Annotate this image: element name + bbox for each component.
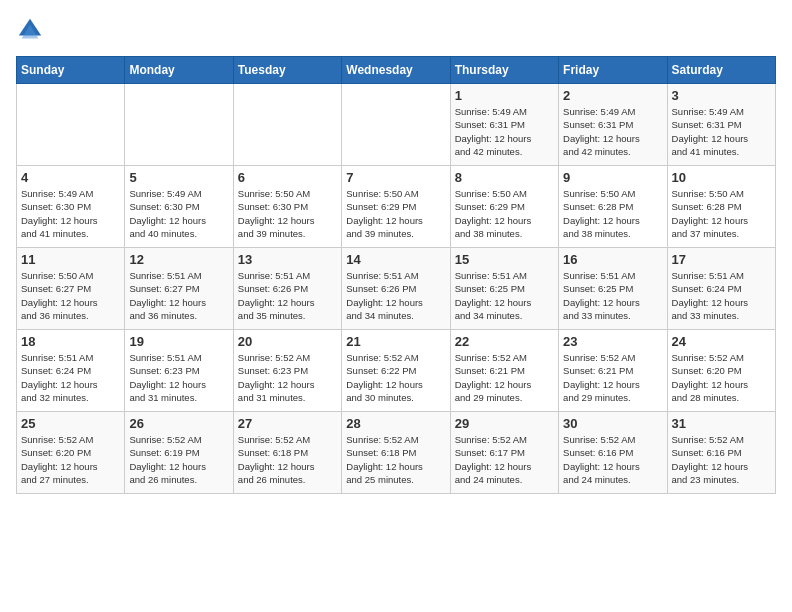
day-info: Sunrise: 5:52 AM Sunset: 6:16 PM Dayligh… <box>672 433 771 486</box>
day-number: 19 <box>129 334 228 349</box>
day-number: 11 <box>21 252 120 267</box>
day-cell: 11Sunrise: 5:50 AM Sunset: 6:27 PM Dayli… <box>17 248 125 330</box>
week-row-2: 4Sunrise: 5:49 AM Sunset: 6:30 PM Daylig… <box>17 166 776 248</box>
day-number: 26 <box>129 416 228 431</box>
day-info: Sunrise: 5:52 AM Sunset: 6:20 PM Dayligh… <box>21 433 120 486</box>
col-header-sunday: Sunday <box>17 57 125 84</box>
day-info: Sunrise: 5:50 AM Sunset: 6:29 PM Dayligh… <box>346 187 445 240</box>
day-cell: 14Sunrise: 5:51 AM Sunset: 6:26 PM Dayli… <box>342 248 450 330</box>
day-info: Sunrise: 5:49 AM Sunset: 6:31 PM Dayligh… <box>455 105 554 158</box>
day-number: 10 <box>672 170 771 185</box>
day-cell <box>125 84 233 166</box>
day-cell: 2Sunrise: 5:49 AM Sunset: 6:31 PM Daylig… <box>559 84 667 166</box>
day-cell <box>233 84 341 166</box>
day-cell: 16Sunrise: 5:51 AM Sunset: 6:25 PM Dayli… <box>559 248 667 330</box>
day-info: Sunrise: 5:49 AM Sunset: 6:31 PM Dayligh… <box>563 105 662 158</box>
calendar-table: SundayMondayTuesdayWednesdayThursdayFrid… <box>16 56 776 494</box>
day-info: Sunrise: 5:50 AM Sunset: 6:28 PM Dayligh… <box>563 187 662 240</box>
col-header-thursday: Thursday <box>450 57 558 84</box>
day-number: 2 <box>563 88 662 103</box>
day-cell: 4Sunrise: 5:49 AM Sunset: 6:30 PM Daylig… <box>17 166 125 248</box>
day-number: 9 <box>563 170 662 185</box>
day-cell: 20Sunrise: 5:52 AM Sunset: 6:23 PM Dayli… <box>233 330 341 412</box>
col-header-tuesday: Tuesday <box>233 57 341 84</box>
week-row-4: 18Sunrise: 5:51 AM Sunset: 6:24 PM Dayli… <box>17 330 776 412</box>
page-header <box>16 16 776 44</box>
day-cell: 21Sunrise: 5:52 AM Sunset: 6:22 PM Dayli… <box>342 330 450 412</box>
day-info: Sunrise: 5:52 AM Sunset: 6:16 PM Dayligh… <box>563 433 662 486</box>
day-info: Sunrise: 5:52 AM Sunset: 6:21 PM Dayligh… <box>563 351 662 404</box>
day-number: 22 <box>455 334 554 349</box>
day-info: Sunrise: 5:51 AM Sunset: 6:26 PM Dayligh… <box>346 269 445 322</box>
day-cell: 9Sunrise: 5:50 AM Sunset: 6:28 PM Daylig… <box>559 166 667 248</box>
day-cell: 28Sunrise: 5:52 AM Sunset: 6:18 PM Dayli… <box>342 412 450 494</box>
day-number: 21 <box>346 334 445 349</box>
day-info: Sunrise: 5:52 AM Sunset: 6:20 PM Dayligh… <box>672 351 771 404</box>
day-number: 8 <box>455 170 554 185</box>
day-info: Sunrise: 5:51 AM Sunset: 6:24 PM Dayligh… <box>672 269 771 322</box>
day-number: 6 <box>238 170 337 185</box>
day-number: 18 <box>21 334 120 349</box>
logo-icon <box>16 16 44 44</box>
col-header-monday: Monday <box>125 57 233 84</box>
day-cell: 29Sunrise: 5:52 AM Sunset: 6:17 PM Dayli… <box>450 412 558 494</box>
day-cell: 19Sunrise: 5:51 AM Sunset: 6:23 PM Dayli… <box>125 330 233 412</box>
day-info: Sunrise: 5:51 AM Sunset: 6:23 PM Dayligh… <box>129 351 228 404</box>
day-number: 3 <box>672 88 771 103</box>
day-info: Sunrise: 5:51 AM Sunset: 6:25 PM Dayligh… <box>563 269 662 322</box>
day-info: Sunrise: 5:52 AM Sunset: 6:21 PM Dayligh… <box>455 351 554 404</box>
day-number: 7 <box>346 170 445 185</box>
day-info: Sunrise: 5:50 AM Sunset: 6:30 PM Dayligh… <box>238 187 337 240</box>
day-cell: 5Sunrise: 5:49 AM Sunset: 6:30 PM Daylig… <box>125 166 233 248</box>
day-cell: 27Sunrise: 5:52 AM Sunset: 6:18 PM Dayli… <box>233 412 341 494</box>
day-number: 12 <box>129 252 228 267</box>
day-info: Sunrise: 5:49 AM Sunset: 6:30 PM Dayligh… <box>21 187 120 240</box>
day-info: Sunrise: 5:51 AM Sunset: 6:24 PM Dayligh… <box>21 351 120 404</box>
day-cell: 31Sunrise: 5:52 AM Sunset: 6:16 PM Dayli… <box>667 412 775 494</box>
col-header-friday: Friday <box>559 57 667 84</box>
day-cell: 18Sunrise: 5:51 AM Sunset: 6:24 PM Dayli… <box>17 330 125 412</box>
day-number: 27 <box>238 416 337 431</box>
day-cell <box>17 84 125 166</box>
day-cell: 25Sunrise: 5:52 AM Sunset: 6:20 PM Dayli… <box>17 412 125 494</box>
day-cell: 23Sunrise: 5:52 AM Sunset: 6:21 PM Dayli… <box>559 330 667 412</box>
day-info: Sunrise: 5:52 AM Sunset: 6:19 PM Dayligh… <box>129 433 228 486</box>
day-cell: 1Sunrise: 5:49 AM Sunset: 6:31 PM Daylig… <box>450 84 558 166</box>
day-info: Sunrise: 5:52 AM Sunset: 6:18 PM Dayligh… <box>346 433 445 486</box>
day-info: Sunrise: 5:50 AM Sunset: 6:29 PM Dayligh… <box>455 187 554 240</box>
col-header-wednesday: Wednesday <box>342 57 450 84</box>
day-number: 28 <box>346 416 445 431</box>
day-number: 25 <box>21 416 120 431</box>
day-info: Sunrise: 5:50 AM Sunset: 6:27 PM Dayligh… <box>21 269 120 322</box>
day-cell: 6Sunrise: 5:50 AM Sunset: 6:30 PM Daylig… <box>233 166 341 248</box>
day-number: 20 <box>238 334 337 349</box>
calendar-header-row: SundayMondayTuesdayWednesdayThursdayFrid… <box>17 57 776 84</box>
week-row-1: 1Sunrise: 5:49 AM Sunset: 6:31 PM Daylig… <box>17 84 776 166</box>
day-number: 13 <box>238 252 337 267</box>
day-cell: 13Sunrise: 5:51 AM Sunset: 6:26 PM Dayli… <box>233 248 341 330</box>
day-cell: 24Sunrise: 5:52 AM Sunset: 6:20 PM Dayli… <box>667 330 775 412</box>
day-number: 24 <box>672 334 771 349</box>
day-info: Sunrise: 5:51 AM Sunset: 6:26 PM Dayligh… <box>238 269 337 322</box>
day-number: 15 <box>455 252 554 267</box>
day-info: Sunrise: 5:52 AM Sunset: 6:22 PM Dayligh… <box>346 351 445 404</box>
day-info: Sunrise: 5:52 AM Sunset: 6:17 PM Dayligh… <box>455 433 554 486</box>
week-row-3: 11Sunrise: 5:50 AM Sunset: 6:27 PM Dayli… <box>17 248 776 330</box>
day-info: Sunrise: 5:50 AM Sunset: 6:28 PM Dayligh… <box>672 187 771 240</box>
day-number: 16 <box>563 252 662 267</box>
day-cell <box>342 84 450 166</box>
week-row-5: 25Sunrise: 5:52 AM Sunset: 6:20 PM Dayli… <box>17 412 776 494</box>
day-cell: 26Sunrise: 5:52 AM Sunset: 6:19 PM Dayli… <box>125 412 233 494</box>
day-number: 29 <box>455 416 554 431</box>
day-number: 17 <box>672 252 771 267</box>
day-info: Sunrise: 5:49 AM Sunset: 6:30 PM Dayligh… <box>129 187 228 240</box>
day-number: 5 <box>129 170 228 185</box>
day-number: 30 <box>563 416 662 431</box>
day-cell: 22Sunrise: 5:52 AM Sunset: 6:21 PM Dayli… <box>450 330 558 412</box>
day-cell: 15Sunrise: 5:51 AM Sunset: 6:25 PM Dayli… <box>450 248 558 330</box>
day-number: 31 <box>672 416 771 431</box>
day-info: Sunrise: 5:52 AM Sunset: 6:23 PM Dayligh… <box>238 351 337 404</box>
day-info: Sunrise: 5:49 AM Sunset: 6:31 PM Dayligh… <box>672 105 771 158</box>
day-info: Sunrise: 5:52 AM Sunset: 6:18 PM Dayligh… <box>238 433 337 486</box>
col-header-saturday: Saturday <box>667 57 775 84</box>
